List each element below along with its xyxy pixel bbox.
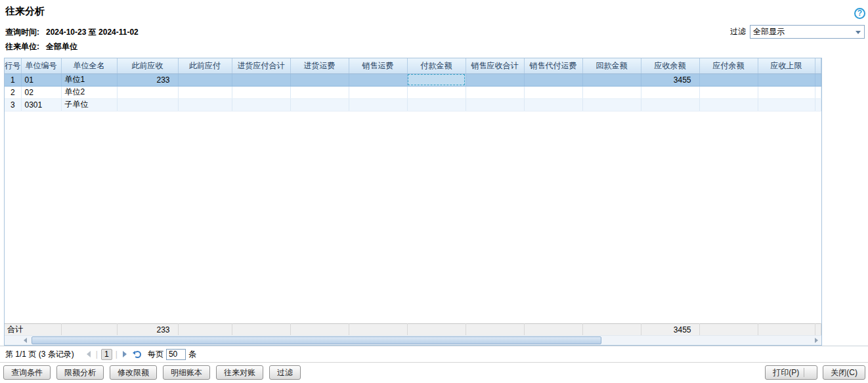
col-header-unit-code[interactable]: 单位编号 xyxy=(21,58,61,73)
col-header-sales-receivable-total[interactable]: 销售应收合计 xyxy=(466,58,524,73)
scrollbar-thumb[interactable] xyxy=(32,336,601,344)
cell-unit-code[interactable]: 0301 xyxy=(21,98,61,111)
col-header-purchase-freight[interactable]: 进货运费 xyxy=(290,58,349,73)
col-header-sales-freight[interactable]: 销售运费 xyxy=(349,58,407,73)
cell-receivable-balance[interactable]: 3455 xyxy=(641,73,699,86)
cell[interactable] xyxy=(232,73,290,86)
cell[interactable] xyxy=(641,98,699,111)
cell[interactable] xyxy=(117,86,178,98)
cell[interactable] xyxy=(178,86,232,98)
cell[interactable] xyxy=(178,73,232,86)
scroll-right-button[interactable] xyxy=(812,336,821,345)
cell-row-no[interactable]: 1 xyxy=(5,73,21,86)
detail-ledger-button[interactable]: 明细账本 xyxy=(163,365,210,380)
close-button[interactable]: 关闭(C) xyxy=(823,365,865,380)
cell[interactable] xyxy=(117,98,178,111)
scroll-left-icon xyxy=(24,338,27,343)
cell-unit-name[interactable]: 单位1 xyxy=(61,73,117,86)
col-header-purchase-payable-total[interactable]: 进货应付合计 xyxy=(232,58,290,73)
cell-row-no[interactable]: 3 xyxy=(5,98,21,111)
cell[interactable] xyxy=(466,86,524,98)
col-header-receivable-balance[interactable]: 应收余额 xyxy=(641,58,699,73)
cell[interactable] xyxy=(178,98,232,111)
cell[interactable] xyxy=(232,86,290,98)
print-button-divider xyxy=(804,368,804,377)
cell[interactable] xyxy=(582,73,641,86)
cell[interactable] xyxy=(582,98,641,111)
table-row[interactable]: 3 0301 子单位 xyxy=(5,98,821,111)
col-header-payment-amount[interactable]: 付款金额 xyxy=(407,58,466,73)
summary-cell xyxy=(61,324,117,336)
next-page-button[interactable] xyxy=(121,351,129,357)
cell[interactable] xyxy=(641,86,699,98)
prev-page-button[interactable] xyxy=(85,351,93,357)
cell[interactable] xyxy=(758,73,815,86)
summary-cell xyxy=(524,324,582,336)
per-page-label: 每页 xyxy=(148,349,163,360)
chevron-down-icon xyxy=(856,31,861,34)
col-header-unit-name[interactable]: 单位全名 xyxy=(61,58,117,73)
col-header-sales-paid-freight[interactable]: 销售代付运费 xyxy=(524,58,582,73)
cell[interactable] xyxy=(290,73,349,86)
pagination-bar: 第 1/1 页 (3 条记录) | 1 | 每页 条 xyxy=(0,346,868,363)
table-row[interactable]: 2 02 单位2 xyxy=(5,86,821,98)
col-header-prev-payable[interactable]: 此前应付 xyxy=(178,58,232,73)
summary-cell xyxy=(407,324,466,336)
summary-receivable-balance: 3455 xyxy=(641,324,699,336)
cell[interactable] xyxy=(699,86,758,98)
print-button-label: 打印(P) xyxy=(773,367,799,378)
col-header-prev-receivable[interactable]: 此前应收 xyxy=(117,58,178,73)
cell-filler xyxy=(815,98,821,111)
cell[interactable] xyxy=(758,86,815,98)
cell[interactable] xyxy=(290,86,349,98)
modify-quota-button[interactable]: 修改限额 xyxy=(110,365,157,380)
filter-control: 过滤 全部显示 xyxy=(730,25,865,39)
cell-unit-name[interactable]: 子单位 xyxy=(61,98,117,111)
print-button[interactable]: 打印(P) xyxy=(765,365,817,380)
cell[interactable] xyxy=(349,86,407,98)
col-header-receivable-limit[interactable]: 应收上限 xyxy=(758,58,815,73)
cell-unit-code[interactable]: 01 xyxy=(21,73,61,86)
toolbar-right-group: 打印(P) 关闭(C) xyxy=(765,365,865,380)
transaction-analysis-window: 往来分析 ? 查询时间:2024-10-23 至 2024-11-02 往来单位… xyxy=(0,0,868,383)
horizontal-scrollbar[interactable] xyxy=(5,335,821,345)
cell[interactable] xyxy=(407,86,466,98)
cell[interactable] xyxy=(290,98,349,111)
cell-unit-code[interactable]: 02 xyxy=(21,86,61,98)
page-number-button[interactable]: 1 xyxy=(101,349,112,360)
query-conditions-button[interactable]: 查询条件 xyxy=(3,365,51,380)
cell[interactable] xyxy=(524,98,582,111)
col-header-collection-amount[interactable]: 回款金额 xyxy=(582,58,641,73)
summary-cell xyxy=(232,324,290,336)
cell[interactable] xyxy=(349,73,407,86)
cell[interactable] xyxy=(466,73,524,86)
cell[interactable] xyxy=(232,98,290,111)
cell[interactable] xyxy=(466,98,524,111)
cell[interactable] xyxy=(349,98,407,111)
scroll-left-button[interactable] xyxy=(20,336,30,345)
per-page-input[interactable] xyxy=(166,349,186,360)
cell[interactable] xyxy=(699,98,758,111)
summary-cell xyxy=(178,324,232,336)
cell-prev-receivable[interactable]: 233 xyxy=(117,73,178,86)
cell-unit-name[interactable]: 单位2 xyxy=(61,86,117,98)
help-icon[interactable]: ? xyxy=(854,8,865,19)
col-header-payable-balance[interactable]: 应付余额 xyxy=(699,58,758,73)
filter-select[interactable]: 全部显示 xyxy=(750,25,865,39)
cell[interactable] xyxy=(699,73,758,86)
reconciliation-button[interactable]: 往来对账 xyxy=(216,365,263,380)
cell[interactable] xyxy=(524,73,582,86)
filter-button[interactable]: 过滤 xyxy=(269,365,301,380)
cell-row-no[interactable]: 2 xyxy=(5,86,21,98)
refresh-icon[interactable] xyxy=(134,351,141,358)
cell[interactable] xyxy=(758,98,815,111)
cell[interactable] xyxy=(524,86,582,98)
cell-focused[interactable] xyxy=(407,73,466,86)
col-header-row-no[interactable]: 行号 xyxy=(5,58,21,73)
cell[interactable] xyxy=(582,86,641,98)
summary-table: 合计 233 3455 xyxy=(5,323,821,335)
cell[interactable] xyxy=(407,98,466,111)
summary-cell xyxy=(699,324,758,336)
quota-analysis-button[interactable]: 限额分析 xyxy=(56,365,104,380)
table-row-selected[interactable]: 1 01 单位1 233 3455 xyxy=(5,73,821,86)
